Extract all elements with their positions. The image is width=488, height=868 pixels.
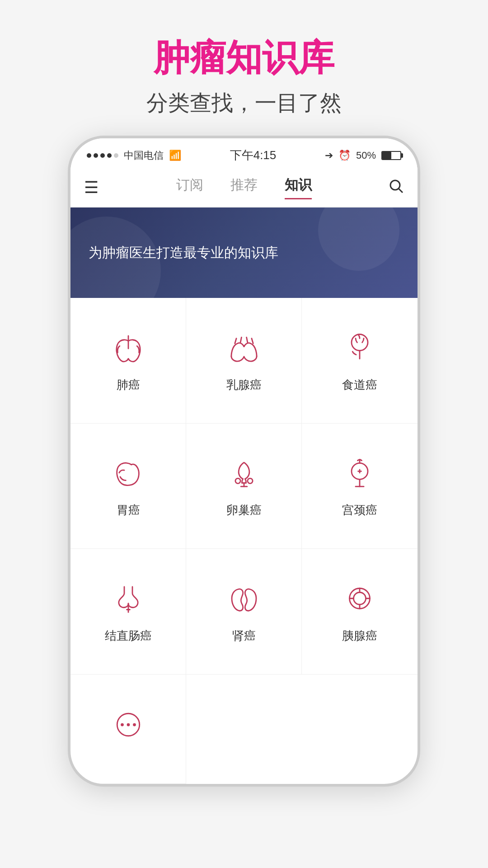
svg-line-4 [246,337,247,342]
status-bar: 中国电信 📶 下午4:15 ➔ ⏰ 50% [70,138,418,169]
more-icon [108,704,149,745]
category-stomach[interactable]: 胃癌 [70,424,186,549]
category-cervix[interactable]: 宫颈癌 [302,424,418,549]
stomach-icon [108,453,149,494]
svg-line-3 [240,337,241,342]
wifi-icon: 📶 [169,150,181,161]
svg-line-1 [399,189,403,193]
breast-icon [224,328,264,369]
nav-tabs: 订阅 推荐 知识 [111,176,377,199]
hamburger-icon[interactable]: ☰ [84,178,111,197]
svg-line-5 [251,338,253,343]
time-label: 下午4:15 [230,147,277,163]
pancreas-label: 胰腺癌 [342,628,377,644]
pancreas-icon [339,579,380,620]
page-header: 肿瘤知识库 分类查找，一目了然 [146,0,342,118]
cervix-icon [339,453,380,494]
battery-icon [381,151,401,160]
svg-point-19 [127,723,130,726]
esophagus-icon [339,328,380,369]
colon-label: 结直肠癌 [105,628,152,644]
page-title-main: 肿瘤知识库 [146,36,342,80]
banner-text: 为肿瘤医生打造最专业的知识库 [89,244,278,262]
category-colon[interactable]: 结直肠癌 [70,549,186,675]
category-lung[interactable]: 肺癌 [70,298,186,424]
cervix-label: 宫颈癌 [342,502,377,518]
category-esophagus[interactable]: 食道癌 [302,298,418,424]
category-grid: 肺癌 乳腺癌 [70,298,418,784]
tab-recommend[interactable]: 推荐 [230,176,258,199]
battery-percent: 50% [356,150,376,161]
location-icon: ➔ [325,150,333,161]
ovary-label: 卵巢癌 [226,502,262,518]
banner: 为肿瘤医生打造最专业的知识库 [70,208,418,298]
search-icon[interactable] [377,178,404,198]
status-right: ➔ ⏰ 50% [325,150,401,161]
category-breast[interactable]: 乳腺癌 [186,298,302,424]
status-left: 中国电信 📶 [87,149,181,162]
nav-bar: ☰ 订阅 推荐 知识 [70,169,418,208]
svg-point-0 [390,180,400,190]
carrier-label: 中国电信 [124,149,164,162]
svg-point-20 [133,723,136,726]
svg-point-7 [235,478,240,483]
lung-icon [108,328,149,369]
category-kidney[interactable]: 肾癌 [186,549,302,675]
stomach-label: 胃癌 [117,502,140,518]
tab-subscribe[interactable]: 订阅 [176,176,203,199]
breast-label: 乳腺癌 [226,377,262,393]
category-pancreas[interactable]: 胰腺癌 [302,549,418,675]
esophagus-label: 食道癌 [342,377,377,393]
svg-point-8 [247,478,252,483]
page-title-sub: 分类查找，一目了然 [146,89,342,118]
lung-label: 肺癌 [117,377,140,393]
tab-knowledge[interactable]: 知识 [285,176,312,199]
svg-line-2 [235,338,236,343]
phone-frame: 中国电信 📶 下午4:15 ➔ ⏰ 50% ☰ 订阅 推荐 知识 为肿 [68,136,420,787]
alarm-icon: ⏰ [338,150,351,161]
category-ovary[interactable]: 卵巢癌 [186,424,302,549]
category-more[interactable] [70,675,186,784]
signal-dots [87,153,118,158]
kidney-label: 肾癌 [232,628,256,644]
kidney-icon [224,579,264,620]
ovary-icon [224,453,264,494]
svg-point-16 [354,592,366,604]
colon-icon [108,579,149,620]
svg-point-18 [121,723,124,726]
